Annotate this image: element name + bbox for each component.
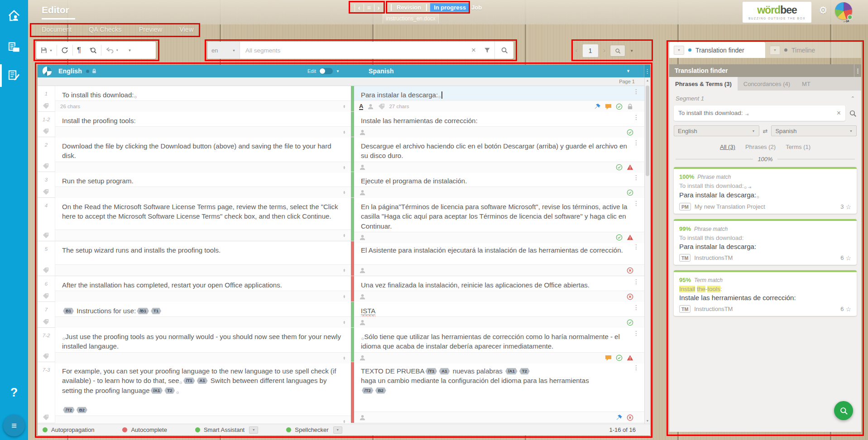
source-language-select[interactable]: English▼ <box>674 125 759 136</box>
check-icon[interactable] <box>616 164 623 171</box>
tab-document[interactable]: Document <box>42 26 72 33</box>
clear-icon[interactable]: × <box>837 109 841 117</box>
comment-icon[interactable] <box>605 103 612 110</box>
row-menu-icon[interactable]: ⋮ <box>633 175 639 180</box>
spellchecker-dropdown[interactable]: ▼ <box>333 426 342 434</box>
person-icon[interactable] <box>359 293 366 300</box>
person-icon[interactable] <box>359 414 366 421</box>
person-icon[interactable] <box>359 354 366 361</box>
segment-search-input[interactable] <box>240 47 467 54</box>
target-text[interactable]: El Asistente para instalación ejecutará … <box>354 241 650 264</box>
person-icon[interactable] <box>359 189 366 196</box>
finder-search-input[interactable]: To install this download: ⇥× <box>674 105 845 121</box>
tag-icon[interactable] <box>43 103 49 109</box>
resize-handle[interactable]: ▴▾ <box>343 166 346 169</box>
target-cell[interactable]: ⋮ Ejecute el programa de instalación. <box>354 172 650 197</box>
source-text[interactable]: After the installation has completed, re… <box>55 276 351 291</box>
page-number-input[interactable]: 1 <box>582 44 599 57</box>
next-arrow-icon[interactable]: › <box>378 4 380 11</box>
target-cell[interactable]: ⋮ Instale las herramientas de corrección… <box>354 112 650 137</box>
swap-languages-icon[interactable]: ⇄ <box>763 128 768 134</box>
target-text[interactable]: Descargue el archivo haciendo clic en el… <box>354 137 650 162</box>
formatting-marks-button[interactable]: ¶ <box>73 42 85 59</box>
refresh-button[interactable] <box>57 42 72 59</box>
text-style-icon[interactable]: A <box>359 103 363 110</box>
source-cell[interactable]: On the Read the Microsoft Software Licen… <box>55 198 351 241</box>
filter-phrases[interactable]: Phrases (2) <box>745 143 776 150</box>
source-text[interactable]: B1 Instructions for use:/B1T1 <box>55 302 351 316</box>
filter-terms[interactable]: Terms (1) <box>786 143 810 150</box>
warn-icon[interactable] <box>627 234 633 241</box>
match-card[interactable]: 99%Phrase match To install this download… <box>674 219 857 265</box>
tag-icon[interactable] <box>43 293 49 299</box>
source-cell[interactable]: Download the file by clicking the Downlo… <box>55 137 351 172</box>
scroll-down-icon[interactable]: ▼ <box>645 419 650 422</box>
match-target[interactable]: Para instalar la descarga: <box>679 243 851 250</box>
target-text[interactable]: Una vez finalizada la instalación, reini… <box>354 276 650 291</box>
target-cell[interactable]: ⋮ El Asistente para instalación ejecutar… <box>354 241 650 276</box>
target-cell[interactable]: ⋮ Descargue el archivo haciendo clic en … <box>354 137 650 172</box>
target-text[interactable]: oSólo tiene que utilizar las herramienta… <box>354 328 650 352</box>
target-cell[interactable]: ⋮ TEXTO DE PRUEBA/T1A1 nuevas palabras /… <box>354 362 650 423</box>
column-menu-icon[interactable]: ⋮ <box>644 65 650 77</box>
target-text[interactable]: Instale las herramientas de corrección: <box>354 112 650 126</box>
search-button[interactable] <box>494 42 513 59</box>
sidebar-item-editor[interactable] <box>0 65 28 86</box>
collapse-icon[interactable]: ⌃ <box>851 96 855 101</box>
match-target[interactable]: Para instalar la descarga:o <box>679 191 851 199</box>
target-cell[interactable]: ⋮ ISTA <box>354 302 650 327</box>
person-icon[interactable] <box>359 234 366 241</box>
tab-preview[interactable]: Preview <box>139 26 163 33</box>
next-page-icon[interactable]: › <box>603 46 606 55</box>
person-icon[interactable] <box>359 319 366 326</box>
tag-icon[interactable] <box>43 319 49 325</box>
star-icon[interactable]: ☆ <box>845 203 851 210</box>
source-cell[interactable]: The setup wizard runs and installs the p… <box>55 241 351 276</box>
target-text[interactable]: Para instalar la descarga:o <box>354 86 650 100</box>
source-cell[interactable]: Install the proofing tools: ▴▾ <box>55 112 351 137</box>
chevron-down-icon[interactable]: ▼ <box>336 69 340 73</box>
resize-handle[interactable]: ▴▾ <box>343 320 346 324</box>
target-text[interactable]: ISTA <box>354 302 650 316</box>
resize-handle[interactable]: ▴▾ <box>343 105 346 108</box>
row-menu-icon[interactable]: ⋮ <box>633 89 639 94</box>
undo-button[interactable]: ▾ <box>101 42 122 59</box>
scroll-up-icon[interactable]: ▲ <box>645 79 650 82</box>
warn-icon[interactable] <box>627 164 633 171</box>
source-text[interactable]: For example, you can set your proofing l… <box>55 362 351 416</box>
tag-icon[interactable] <box>43 353 49 359</box>
resize-handle[interactable]: ▴▾ <box>343 420 346 423</box>
match-target[interactable]: Instale las herramientas de corrección: <box>679 294 851 301</box>
clear-search-icon[interactable]: × <box>467 46 480 55</box>
resize-handle[interactable]: ▴▾ <box>343 295 346 298</box>
row-menu-icon[interactable]: ⋮ <box>633 244 639 249</box>
person-icon[interactable] <box>359 129 366 136</box>
list-icon[interactable]: ≡ <box>367 4 371 11</box>
row-menu-icon[interactable]: ⋮ <box>633 115 639 120</box>
tab-phrases-terms[interactable]: Phrases & Terms (3) <box>669 77 738 91</box>
check-icon[interactable] <box>616 103 623 110</box>
xcircle-icon[interactable] <box>627 414 633 421</box>
source-text[interactable]: Install the proofing tools: <box>55 112 351 126</box>
goto-segment-button[interactable] <box>610 45 625 57</box>
help-button[interactable]: ? <box>0 386 28 400</box>
tab-timeline[interactable]: ▼ Timeline <box>765 42 861 58</box>
tag-icon[interactable] <box>43 267 49 273</box>
prev-page-icon[interactable]: ‹ <box>575 46 578 55</box>
gear-icon[interactable]: ⚙ <box>819 5 828 16</box>
avatar[interactable] <box>835 2 852 19</box>
tab-translation-finder[interactable]: ▼ Translation finder <box>669 42 765 58</box>
target-cell[interactable]: ⋮ oSólo tiene que utilizar las herramien… <box>354 328 650 362</box>
source-text[interactable]: Run the setup program. <box>55 172 351 187</box>
lock-icon[interactable] <box>627 103 633 110</box>
check-icon[interactable] <box>627 319 633 326</box>
chevron-down-icon[interactable]: ▼ <box>770 46 780 55</box>
xcircle-icon[interactable] <box>627 267 633 274</box>
search-language-select[interactable]: en▼ <box>207 42 240 59</box>
edit-toggle[interactable] <box>319 68 333 74</box>
star-icon[interactable]: ☆ <box>845 306 851 313</box>
sidebar-item-projects[interactable] <box>0 37 28 58</box>
row-menu-icon[interactable]: ⋮ <box>633 279 639 284</box>
sidebar-item-home[interactable] <box>0 5 28 26</box>
source-text[interactable]: Download the file by clicking the Downlo… <box>55 137 351 162</box>
